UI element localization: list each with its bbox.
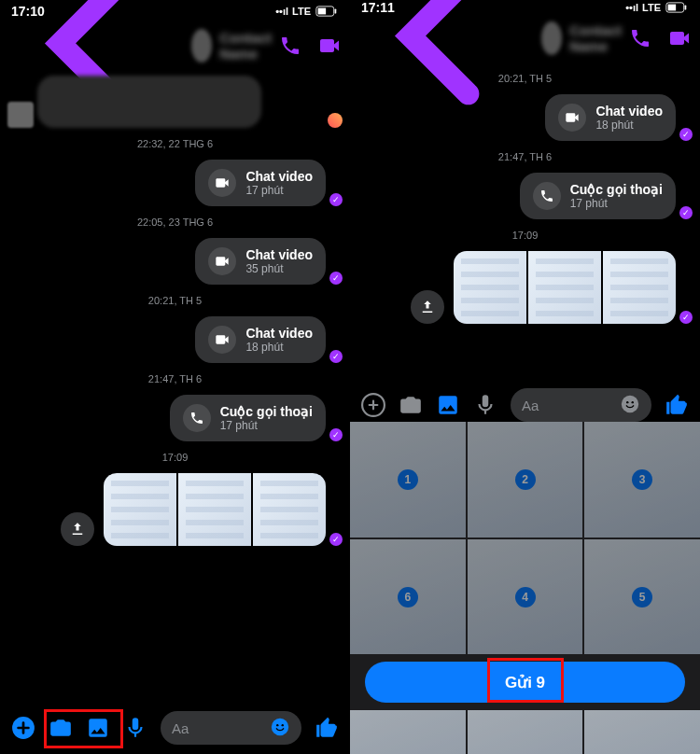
selection-badge: 4 <box>515 587 536 607</box>
video-icon <box>208 247 236 275</box>
svg-point-5 <box>276 723 278 725</box>
picker-photo[interactable]: 3 <box>584 422 700 538</box>
delivered-icon: ✓ <box>679 206 693 219</box>
share-button[interactable] <box>411 290 444 324</box>
voice-call-icon[interactable] <box>279 35 301 57</box>
like-icon[interactable] <box>315 716 339 740</box>
photo-picker-grid-more[interactable] <box>350 710 700 754</box>
camera-icon[interactable] <box>399 393 423 417</box>
video-icon <box>208 169 236 197</box>
tutorial-highlight-send <box>487 658 564 703</box>
delivered-icon: ✓ <box>329 350 343 363</box>
picker-photo[interactable] <box>584 710 700 754</box>
call-message[interactable]: Cuộc gọi thoại17 phút ✓ <box>357 173 693 219</box>
sent-image-thumb[interactable] <box>603 251 676 324</box>
sent-image-thumb[interactable] <box>253 473 326 546</box>
image-message[interactable]: ✓ <box>7 473 343 546</box>
photo-picker: 1 2 3 6 4 5 Gửi 9 <box>350 422 700 754</box>
share-button[interactable] <box>61 512 94 546</box>
sent-image-thumb[interactable] <box>454 251 526 324</box>
phone-icon <box>533 182 561 210</box>
selection-badge: 1 <box>398 469 418 490</box>
delivered-icon: ✓ <box>329 193 343 206</box>
video-icon <box>208 326 236 354</box>
chat-header: 1 Contact Name <box>0 22 350 69</box>
selection-badge: 3 <box>632 469 652 490</box>
mic-icon[interactable] <box>473 393 497 417</box>
more-icon[interactable] <box>361 393 385 417</box>
picker-photo[interactable]: 5 <box>584 539 700 655</box>
svg-rect-8 <box>668 5 677 11</box>
selection-badge: 5 <box>632 587 652 607</box>
chat-body[interactable]: 22:32, 22 THG 6 Chat video17 phút ✓ 22:0… <box>0 69 350 702</box>
chat-header: 1 Contact Name <box>350 15 700 62</box>
message-input[interactable]: Aa <box>161 711 301 745</box>
send-button[interactable]: Gửi 9 <box>365 662 685 703</box>
emoji-icon[interactable] <box>620 394 640 417</box>
svg-point-11 <box>622 395 638 412</box>
input-bar: Aa <box>350 388 700 422</box>
tutorial-highlight-camera-gallery <box>44 709 123 748</box>
svg-rect-1 <box>318 8 327 15</box>
like-icon[interactable] <box>665 393 689 417</box>
picker-photo[interactable]: 6 <box>350 539 466 655</box>
timestamp: 22:32, 22 THG 6 <box>7 138 343 149</box>
delivered-icon: ✓ <box>679 128 693 141</box>
picker-photo[interactable] <box>468 710 583 754</box>
photo-picker-grid[interactable]: 1 2 3 6 4 5 <box>350 422 700 654</box>
emoji-icon[interactable] <box>270 717 290 740</box>
svg-point-13 <box>632 400 634 402</box>
delivered-icon: ✓ <box>679 311 693 324</box>
video-call-icon[interactable] <box>318 35 341 57</box>
voice-call-icon[interactable] <box>629 27 651 49</box>
delivered-icon: ✓ <box>329 272 343 285</box>
selection-badge: 6 <box>398 587 418 607</box>
incoming-message[interactable] <box>7 76 343 128</box>
gallery-icon[interactable] <box>436 393 460 417</box>
svg-point-4 <box>272 718 288 734</box>
picker-photo[interactable]: 4 <box>468 539 583 655</box>
timestamp: 17:09 <box>7 452 343 463</box>
contact-avatar[interactable] <box>541 21 562 55</box>
contact-name-block[interactable]: Contact Name <box>569 22 622 54</box>
svg-rect-2 <box>335 8 337 13</box>
call-message[interactable]: Cuộc gọi thoại17 phút ✓ <box>7 395 343 441</box>
more-icon[interactable] <box>11 716 35 740</box>
phone-icon <box>183 404 211 432</box>
call-message[interactable]: Chat video18 phút ✓ <box>7 316 343 363</box>
timestamp: 21:47, TH 6 <box>7 373 343 384</box>
message-input[interactable]: Aa <box>511 388 651 422</box>
call-message[interactable]: Chat video17 phút ✓ <box>7 160 343 206</box>
contact-avatar[interactable] <box>191 29 212 63</box>
timestamp: 21:47, TH 6 <box>357 151 693 162</box>
sent-image-thumb[interactable] <box>104 473 176 546</box>
timestamp: 22:05, 23 THG 6 <box>7 216 343 228</box>
svg-rect-9 <box>685 5 687 9</box>
video-icon <box>558 104 586 132</box>
status-indicators: ••ılLTE <box>275 6 339 17</box>
status-indicators: ••ılLTE <box>625 2 689 13</box>
sent-image-thumb[interactable] <box>528 251 601 324</box>
mic-icon[interactable] <box>123 716 147 740</box>
contact-name-block[interactable]: Contact Name <box>219 30 272 62</box>
back-button[interactable]: 1 <box>359 0 534 128</box>
screenshot-left: 17:10 ••ılLTE 1 Contact Name 22:32, 22 T… <box>0 0 350 754</box>
call-message[interactable]: Chat video35 phút ✓ <box>7 238 343 285</box>
svg-point-12 <box>626 400 628 402</box>
svg-point-6 <box>282 723 284 725</box>
timestamp: 17:09 <box>357 230 693 241</box>
screenshot-right: 17:11 ••ılLTE 1 Contact Name 20:21, TH 5… <box>350 0 700 754</box>
seen-indicator <box>328 113 343 128</box>
picker-photo[interactable]: 1 <box>350 422 466 538</box>
image-message[interactable]: ✓ <box>357 251 693 324</box>
selection-badge: 2 <box>515 469 536 490</box>
picker-photo[interactable]: 2 <box>468 422 583 538</box>
video-call-icon[interactable] <box>668 27 691 49</box>
sent-image-thumb[interactable] <box>178 473 251 546</box>
delivered-icon: ✓ <box>329 533 343 546</box>
timestamp: 20:21, TH 5 <box>7 295 343 306</box>
picker-photo[interactable] <box>350 710 466 754</box>
delivered-icon: ✓ <box>329 428 343 441</box>
